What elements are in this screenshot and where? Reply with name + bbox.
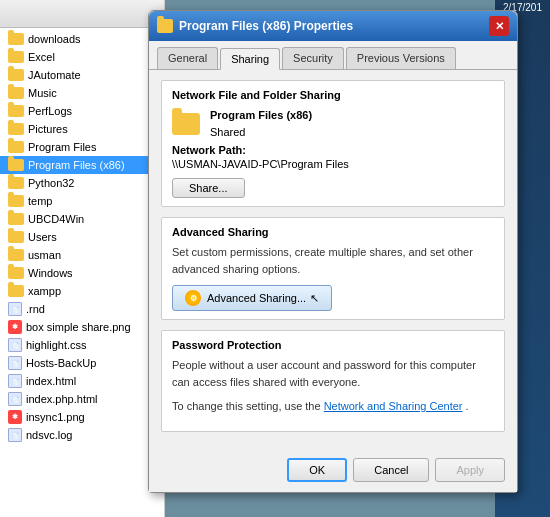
explorer-item[interactable]: usman	[0, 246, 164, 264]
explorer-item[interactable]: JAutomate	[0, 66, 164, 84]
tab-general[interactable]: General	[157, 47, 218, 69]
explorer-header	[0, 0, 164, 28]
file-icon-generic: 📄	[8, 392, 22, 406]
share-status: Shared	[210, 124, 312, 141]
explorer-item[interactable]: 📄.rnd	[0, 300, 164, 318]
item-label: PerfLogs	[28, 105, 72, 117]
folder-icon	[8, 87, 24, 99]
folder-icon	[8, 213, 24, 225]
network-path-value: \\USMAN-JAVAID-PC\Program Files	[172, 158, 494, 170]
close-button[interactable]: ✕	[489, 16, 509, 36]
explorer-item[interactable]: downloads	[0, 30, 164, 48]
explorer-item[interactable]: Pictures	[0, 120, 164, 138]
tab-security[interactable]: Security	[282, 47, 344, 69]
item-label: Python32	[28, 177, 74, 189]
share-folder-icon	[172, 113, 200, 135]
folder-icon	[8, 123, 24, 135]
advanced-btn-icon: ⚙	[185, 290, 201, 306]
file-icon-generic: 📄	[8, 338, 22, 352]
explorer-item[interactable]: 📄Hosts-BackUp	[0, 354, 164, 372]
item-label: Program Files (x86)	[28, 159, 125, 171]
item-label: Windows	[28, 267, 73, 279]
advanced-sharing-button[interactable]: ⚙ Advanced Sharing... ↖	[172, 285, 332, 311]
item-label: UBCD4Win	[28, 213, 84, 225]
folder-icon	[8, 141, 24, 153]
explorer-item[interactable]: PerfLogs	[0, 102, 164, 120]
item-label: temp	[28, 195, 52, 207]
explorer-item[interactable]: ✱insync1.png	[0, 408, 164, 426]
folder-icon	[8, 159, 24, 171]
dialog-buttons: OK Cancel Apply	[149, 452, 517, 492]
folder-icon	[8, 195, 24, 207]
folder-icon	[8, 231, 24, 243]
item-label: index.php.html	[26, 393, 98, 405]
dialog-folder-icon	[157, 19, 173, 33]
dialog-titlebar: Program Files (x86) Properties ✕	[149, 11, 517, 41]
item-label: Pictures	[28, 123, 68, 135]
tabs-bar: GeneralSharingSecurityPrevious Versions	[149, 41, 517, 70]
item-label: usman	[28, 249, 61, 261]
explorer-item[interactable]: Music	[0, 84, 164, 102]
explorer-item[interactable]: temp	[0, 192, 164, 210]
explorer-item[interactable]: 📄index.html	[0, 372, 164, 390]
properties-dialog: Program Files (x86) Properties ✕ General…	[148, 10, 518, 493]
share-info-row: Program Files (x86) Shared	[172, 107, 494, 140]
ok-button[interactable]: OK	[287, 458, 347, 482]
share-button[interactable]: Share...	[172, 178, 245, 198]
explorer-item[interactable]: Excel	[0, 48, 164, 66]
explorer-item[interactable]: xampp	[0, 282, 164, 300]
advanced-sharing-section: Advanced Sharing Set custom permissions,…	[161, 217, 505, 320]
tab-previous-versions[interactable]: Previous Versions	[346, 47, 456, 69]
file-icon-generic: 📄	[8, 428, 22, 442]
folder-icon	[8, 285, 24, 297]
password-protection-section: Password Protection People without a use…	[161, 330, 505, 432]
dialog-content: Network File and Folder Sharing Program …	[149, 70, 517, 452]
advanced-sharing-title: Advanced Sharing	[172, 226, 494, 238]
item-label: Program Files	[28, 141, 96, 153]
item-label: Hosts-BackUp	[26, 357, 96, 369]
item-label: highlight.css	[26, 339, 87, 351]
item-label: box simple share.png	[26, 321, 131, 333]
item-label: xampp	[28, 285, 61, 297]
cursor-indicator: ↖	[310, 292, 319, 305]
network-sharing-center-link[interactable]: Network and Sharing Center	[324, 400, 463, 412]
share-info-text: Program Files (x86) Shared	[210, 107, 312, 140]
explorer-item[interactable]: 📄highlight.css	[0, 336, 164, 354]
explorer-item[interactable]: UBCD4Win	[0, 210, 164, 228]
period-text: .	[466, 400, 469, 412]
network-sharing-section: Network File and Folder Sharing Program …	[161, 80, 505, 207]
item-label: Users	[28, 231, 57, 243]
explorer-item[interactable]: Program Files (x86)	[0, 156, 164, 174]
item-label: Music	[28, 87, 57, 99]
apply-button[interactable]: Apply	[435, 458, 505, 482]
password-protection-desc1: People without a user account and passwo…	[172, 357, 494, 390]
item-label: JAutomate	[28, 69, 81, 81]
item-label: Excel	[28, 51, 55, 63]
explorer-item[interactable]: Users	[0, 228, 164, 246]
explorer-item-list: downloadsExcelJAutomateMusicPerfLogsPict…	[0, 28, 164, 446]
dialog-title: Program Files (x86) Properties	[179, 19, 489, 33]
tab-sharing[interactable]: Sharing	[220, 48, 280, 70]
password-change-text: To change this setting, use the	[172, 400, 321, 412]
folder-icon	[8, 267, 24, 279]
folder-icon	[8, 51, 24, 63]
password-protection-desc2: To change this setting, use the Network …	[172, 398, 494, 415]
folder-icon	[8, 249, 24, 261]
explorer-item[interactable]: ✱box simple share.png	[0, 318, 164, 336]
folder-icon	[8, 69, 24, 81]
file-icon-red: ✱	[8, 410, 22, 424]
item-label: insync1.png	[26, 411, 85, 423]
explorer-item[interactable]: Python32	[0, 174, 164, 192]
folder-icon	[8, 33, 24, 45]
file-explorer-panel: downloadsExcelJAutomateMusicPerfLogsPict…	[0, 0, 165, 517]
explorer-item[interactable]: 📄index.php.html	[0, 390, 164, 408]
network-path-label: Network Path:	[172, 144, 494, 156]
folder-icon	[8, 177, 24, 189]
network-sharing-title: Network File and Folder Sharing	[172, 89, 494, 101]
file-icon-red: ✱	[8, 320, 22, 334]
cancel-button[interactable]: Cancel	[353, 458, 429, 482]
explorer-item[interactable]: Windows	[0, 264, 164, 282]
advanced-sharing-desc: Set custom permissions, create multiple …	[172, 244, 494, 277]
explorer-item[interactable]: Program Files	[0, 138, 164, 156]
explorer-item[interactable]: 📄ndsvc.log	[0, 426, 164, 444]
